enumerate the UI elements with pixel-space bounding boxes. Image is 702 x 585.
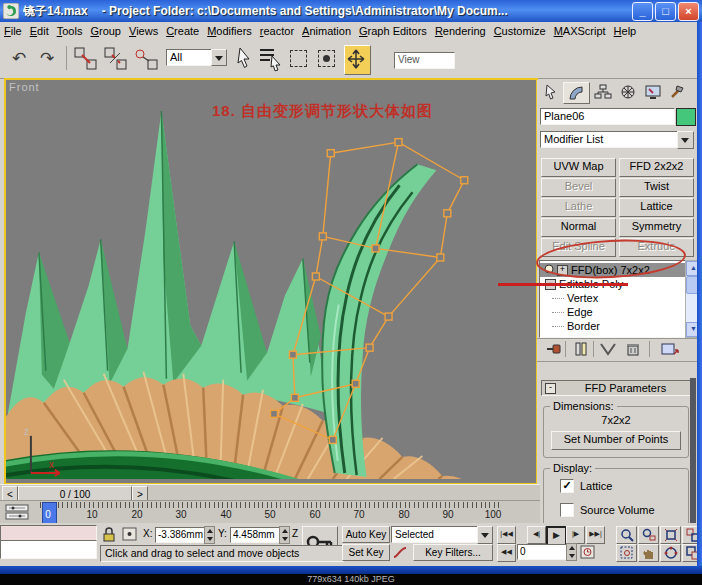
tab-motion-icon[interactable] bbox=[615, 82, 640, 102]
redo-icon[interactable]: ↷ bbox=[40, 46, 54, 72]
menu-rendering[interactable]: Rendering bbox=[431, 25, 490, 37]
menu-edit[interactable]: Edit bbox=[26, 25, 53, 37]
current-frame-field[interactable]: 0 bbox=[517, 544, 569, 560]
selection-lock-icon[interactable] bbox=[102, 527, 116, 542]
object-name-field[interactable]: Plane06 bbox=[540, 108, 675, 125]
configure-modifier-sets-icon[interactable] bbox=[661, 342, 679, 357]
tab-display-icon[interactable] bbox=[640, 82, 665, 102]
menu-reactor[interactable]: reactor bbox=[256, 25, 298, 37]
go-to-start-button[interactable]: |◀◀ bbox=[497, 526, 516, 544]
stack-item-edge[interactable]: Edge bbox=[540, 305, 686, 319]
ffd-parameters-rollout-header[interactable]: - FFD Parameters bbox=[541, 380, 693, 396]
maxscript-listener-white[interactable] bbox=[0, 540, 97, 559]
key-set-dropdown[interactable]: Selected bbox=[391, 526, 481, 543]
modifier-list-dropdown[interactable]: Modifier List bbox=[540, 131, 681, 148]
stack-item-vertex[interactable]: Vertex bbox=[540, 291, 686, 305]
previous-frame-button[interactable]: ◀| bbox=[527, 526, 546, 544]
go-to-end-button[interactable]: ▶▶| bbox=[586, 526, 605, 544]
auto-key-button[interactable]: Auto Key bbox=[342, 526, 390, 543]
select-by-name-icon[interactable] bbox=[258, 46, 284, 72]
tab-modify-icon[interactable] bbox=[563, 82, 590, 104]
menu-group[interactable]: Group bbox=[86, 25, 125, 37]
show-end-result-icon[interactable] bbox=[573, 342, 589, 357]
close-button[interactable]: × bbox=[678, 2, 699, 21]
select-and-link-icon[interactable] bbox=[74, 47, 98, 71]
zoom-extents-icon[interactable] bbox=[660, 526, 681, 544]
uvw-map-button[interactable]: UVW Map bbox=[541, 158, 616, 177]
frame-spinner[interactable] bbox=[566, 543, 577, 561]
reference-coordinate-dropdown[interactable]: View bbox=[394, 52, 455, 69]
x-spinner[interactable] bbox=[204, 526, 215, 544]
region-zoom-icon[interactable] bbox=[616, 544, 637, 562]
front-viewport[interactable]: z x Front 18. 自由变形调节形状大体如图 bbox=[4, 78, 538, 485]
bind-to-spacewarp-icon[interactable] bbox=[134, 47, 160, 71]
select-and-move-button[interactable] bbox=[344, 45, 371, 75]
unlink-selection-icon[interactable] bbox=[104, 47, 128, 71]
stack-item-label[interactable]: Edge bbox=[567, 306, 593, 318]
maximize-button[interactable]: □ bbox=[655, 2, 676, 21]
y-coordinate-field[interactable]: 4.458mm bbox=[230, 527, 282, 543]
rectangular-selection-region-icon[interactable] bbox=[290, 50, 307, 67]
menu-animation[interactable]: Animation bbox=[298, 25, 355, 37]
tab-hierarchy-icon[interactable] bbox=[590, 82, 615, 102]
maxscript-listener-pink[interactable] bbox=[0, 525, 97, 541]
set-key-button[interactable]: Set Key bbox=[342, 544, 390, 561]
rollout-scroll-gutter[interactable] bbox=[690, 378, 696, 528]
select-object-icon[interactable] bbox=[234, 46, 254, 72]
menu-help[interactable]: Help bbox=[610, 25, 641, 37]
absolute-mode-icon[interactable] bbox=[122, 527, 138, 542]
key-filters-button[interactable]: Key Filters... bbox=[413, 544, 493, 561]
time-slider-handle[interactable]: 0 / 100 bbox=[18, 486, 132, 501]
lattice-button[interactable]: Lattice bbox=[619, 198, 694, 217]
pan-hand-icon[interactable] bbox=[638, 544, 659, 562]
source-volume-checkbox[interactable] bbox=[560, 503, 574, 517]
menu-file[interactable]: File bbox=[0, 25, 26, 37]
rollout-collapse-icon[interactable]: - bbox=[545, 383, 556, 394]
time-slider-prev-icon[interactable]: < bbox=[2, 486, 18, 501]
window-crossing-toggle-icon[interactable] bbox=[318, 50, 335, 67]
make-unique-icon[interactable] bbox=[599, 342, 617, 357]
time-configuration-icon[interactable] bbox=[580, 544, 597, 560]
menu-create[interactable]: Create bbox=[162, 25, 203, 37]
window-right-border bbox=[697, 22, 702, 566]
time-slider-next-icon[interactable]: > bbox=[132, 486, 148, 501]
default-in-out-tangent-icon[interactable] bbox=[392, 545, 410, 560]
object-color-swatch[interactable] bbox=[676, 108, 696, 126]
tab-utilities-icon[interactable] bbox=[665, 82, 690, 102]
modifier-list-arrow[interactable] bbox=[677, 131, 694, 149]
play-button[interactable]: ▶ bbox=[546, 526, 567, 546]
zoom-icon[interactable] bbox=[616, 526, 637, 544]
stack-item-label[interactable]: Vertex bbox=[567, 292, 598, 304]
zoom-all-icon[interactable] bbox=[638, 526, 659, 544]
arc-rotate-icon[interactable] bbox=[660, 544, 681, 562]
menu-graph-editors[interactable]: Graph Editors bbox=[355, 25, 431, 37]
ffd-2x2x2-button[interactable]: FFD 2x2x2 bbox=[619, 158, 694, 177]
lattice-checkbox[interactable]: ✓ bbox=[560, 479, 574, 493]
menu-tools[interactable]: Tools bbox=[53, 25, 87, 37]
menu-modifiers[interactable]: Modifiers bbox=[203, 25, 256, 37]
x-coordinate-field[interactable]: -3.386mm bbox=[155, 527, 207, 543]
stack-item-label[interactable]: Border bbox=[567, 320, 600, 332]
set-number-of-points-button[interactable]: Set Number of Points bbox=[551, 431, 681, 450]
pin-stack-icon[interactable] bbox=[545, 342, 563, 357]
menu-maxscript[interactable]: MAXScript bbox=[550, 25, 610, 37]
menu-customize[interactable]: Customize bbox=[490, 25, 550, 37]
stack-item-border[interactable]: Border bbox=[540, 319, 686, 333]
twist-button[interactable]: Twist bbox=[619, 178, 694, 197]
undo-icon[interactable]: ↶ bbox=[12, 46, 26, 72]
key-set-dropdown-arrow[interactable] bbox=[477, 526, 493, 544]
symmetry-button[interactable]: Symmetry bbox=[619, 218, 694, 237]
tab-create-icon[interactable] bbox=[538, 82, 563, 102]
minimize-button[interactable]: _ bbox=[632, 2, 653, 21]
selection-filter-dropdown[interactable]: All bbox=[166, 49, 215, 66]
menu-views[interactable]: Views bbox=[125, 25, 162, 37]
selection-filter-arrow[interactable] bbox=[211, 49, 227, 66]
next-frame-button[interactable]: |▶ bbox=[566, 526, 585, 544]
remove-modifier-icon[interactable] bbox=[625, 342, 641, 357]
y-spinner[interactable] bbox=[279, 526, 290, 544]
stack-toolbar bbox=[537, 338, 697, 362]
normal-button[interactable]: Normal bbox=[541, 218, 616, 237]
open-mini-curve-editor-icon[interactable] bbox=[5, 504, 31, 520]
track-bar[interactable]: 0 10 20 30 40 50 60 70 80 90 100 bbox=[0, 500, 540, 524]
key-mode-toggle-button[interactable]: ◀◀ bbox=[497, 544, 516, 562]
